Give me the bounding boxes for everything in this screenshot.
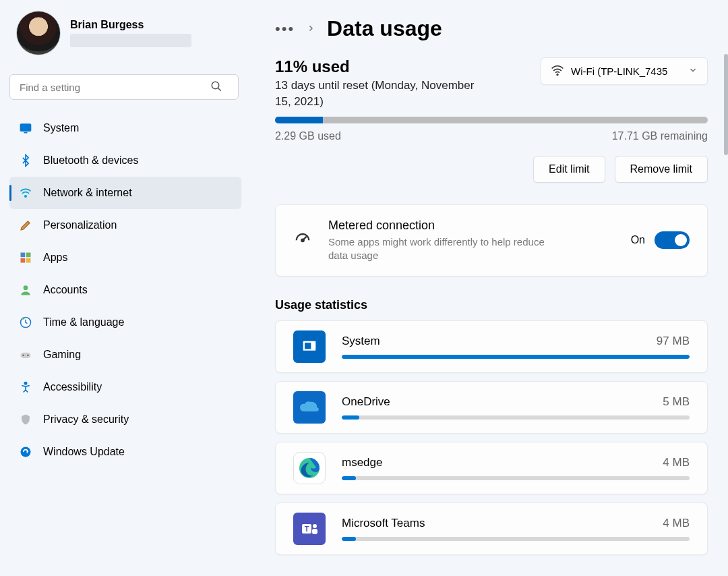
svg-rect-6 — [26, 253, 31, 258]
privacy-icon — [19, 413, 32, 426]
data-progress-bar — [275, 117, 708, 123]
usage-stat-item[interactable]: System97 MB — [275, 320, 708, 373]
sidebar-item-bluetooth[interactable]: Bluetooth & devices — [9, 144, 241, 177]
app-icon: T — [293, 513, 326, 545]
svg-text:T: T — [305, 525, 309, 533]
avatar — [16, 11, 61, 55]
data-progress-fill — [275, 117, 323, 123]
paint-icon — [19, 219, 32, 232]
main-content: ••• Data usage 11% used 13 days until re… — [249, 0, 728, 576]
app-usage-value: 4 MB — [663, 517, 690, 530]
accessibility-icon — [19, 380, 32, 394]
app-name: OneDrive — [342, 395, 390, 409]
sidebar-item-time[interactable]: Time & language — [9, 306, 241, 339]
svg-point-17 — [557, 74, 558, 76]
sidebar-item-update[interactable]: Windows Update — [9, 436, 241, 468]
app-icon — [293, 452, 326, 484]
app-usage-value: 97 MB — [657, 335, 690, 348]
app-name: System — [342, 335, 380, 348]
sidebar-item-gaming[interactable]: Gaming — [9, 339, 241, 371]
wifi-icon — [19, 186, 32, 200]
remove-limit-button[interactable]: Remove limit — [615, 156, 708, 183]
usage-stat-item[interactable]: TMicrosoft Teams4 MB — [275, 502, 708, 555]
svg-rect-7 — [21, 258, 26, 263]
bluetooth-icon — [19, 154, 32, 167]
usage-stat-item[interactable]: OneDrive5 MB — [275, 381, 708, 434]
scrollbar-thumb[interactable] — [724, 54, 728, 155]
sidebar: Brian Burgess SystemBluetooth & devicesN… — [0, 0, 249, 576]
sidebar-item-label: Accessibility — [43, 381, 102, 393]
svg-rect-26 — [312, 529, 317, 534]
breadcrumb-more-icon[interactable]: ••• — [275, 20, 295, 38]
app-icon — [293, 391, 326, 424]
svg-point-15 — [24, 382, 26, 384]
profile-name: Brian Burgess — [70, 19, 191, 31]
search-input[interactable] — [9, 74, 239, 100]
sidebar-item-apps[interactable]: Apps — [9, 241, 241, 274]
svg-point-16 — [21, 447, 31, 457]
svg-rect-3 — [24, 132, 28, 134]
app-usage-value: 5 MB — [663, 395, 690, 409]
sidebar-item-system[interactable]: System — [9, 112, 241, 144]
sidebar-item-privacy[interactable]: Privacy & security — [9, 403, 241, 436]
svg-line-1 — [218, 88, 221, 91]
metered-connection-card: Metered connection Some apps might work … — [275, 204, 708, 277]
sidebar-item-label: Accounts — [43, 284, 88, 296]
remaining-text: 17.71 GB remaining — [612, 130, 708, 142]
metered-toggle[interactable] — [655, 231, 690, 249]
search-wrap — [9, 74, 241, 100]
reset-text: 13 days until reset (Monday, November 15… — [275, 78, 491, 110]
profile-email-redacted — [70, 34, 191, 47]
profile-block[interactable]: Brian Burgess — [9, 9, 241, 65]
wifi-icon — [551, 63, 564, 79]
usage-percent: 11% used — [275, 57, 533, 76]
sidebar-item-label: Privacy & security — [43, 413, 129, 426]
app-usage-bar — [342, 415, 690, 420]
svg-point-0 — [212, 82, 219, 89]
network-dropdown[interactable]: Wi-Fi (TP-LINK_7435 — [541, 57, 708, 85]
svg-point-25 — [313, 524, 317, 528]
sidebar-item-label: Bluetooth & devices — [43, 154, 138, 167]
sidebar-item-paint[interactable]: Personalization — [9, 209, 241, 241]
chevron-right-icon — [307, 23, 315, 35]
speedometer-icon — [293, 229, 312, 251]
app-usage-value: 4 MB — [663, 456, 690, 469]
app-usage-bar — [342, 355, 690, 359]
edit-limit-button[interactable]: Edit limit — [533, 156, 605, 183]
network-label: Wi-Fi (TP-LINK_7435 — [571, 65, 667, 77]
usage-stat-item[interactable]: msedge4 MB — [275, 442, 708, 494]
account-icon — [19, 283, 32, 297]
svg-rect-2 — [21, 124, 31, 131]
toggle-state-label: On — [631, 234, 645, 246]
sidebar-item-label: Apps — [43, 252, 67, 264]
svg-rect-21 — [305, 343, 311, 349]
search-icon — [210, 80, 222, 95]
app-name: msedge — [342, 456, 382, 469]
svg-point-11 — [22, 318, 24, 320]
sidebar-nav: SystemBluetooth & devicesNetwork & inter… — [9, 112, 241, 468]
metered-desc: Some apps might work differently to help… — [328, 235, 551, 263]
sidebar-item-account[interactable]: Accounts — [9, 274, 241, 306]
usage-statistics-list: System97 MBOneDrive5 MBmsedge4 MBTMicros… — [275, 320, 708, 555]
sidebar-item-label: Time & language — [43, 316, 124, 328]
app-usage-bar — [342, 537, 690, 541]
sidebar-item-accessibility[interactable]: Accessibility — [9, 371, 241, 403]
sidebar-item-wifi[interactable]: Network & internet — [9, 177, 241, 209]
app-usage-bar — [342, 476, 690, 480]
sidebar-item-label: Network & internet — [43, 187, 132, 199]
sidebar-item-label: System — [43, 122, 79, 134]
sidebar-item-label: Windows Update — [43, 446, 125, 458]
update-icon — [19, 445, 32, 459]
apps-icon — [19, 251, 32, 264]
page-title: Data usage — [327, 16, 442, 41]
gaming-icon — [19, 348, 32, 362]
used-text: 2.29 GB used — [275, 130, 341, 142]
svg-rect-5 — [21, 253, 26, 258]
svg-rect-12 — [21, 353, 31, 358]
svg-point-19 — [301, 239, 304, 242]
svg-point-9 — [24, 285, 28, 290]
sidebar-item-label: Gaming — [43, 349, 81, 361]
time-icon — [19, 316, 32, 329]
svg-point-13 — [22, 355, 24, 357]
system-icon — [19, 121, 32, 135]
